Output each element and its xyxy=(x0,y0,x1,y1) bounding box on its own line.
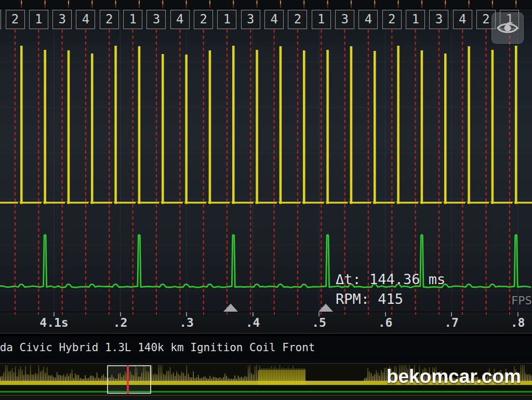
event-tick xyxy=(156,312,157,315)
coil-spike xyxy=(232,46,235,204)
scope-area[interactable]: 2134213421342134213421 Δt: 144.36 ms RPM… xyxy=(0,0,532,312)
time-axis-label: .4 xyxy=(246,316,260,329)
coil-spike xyxy=(350,46,353,204)
time-axis-label: .8 xyxy=(511,316,525,329)
axis-tick xyxy=(517,312,518,316)
time-axis-label: .7 xyxy=(444,316,459,329)
rpm-readout: RPM: 415 xyxy=(336,291,403,307)
cylinder-badge: 2 xyxy=(6,10,25,29)
cylinder-badge: 2 xyxy=(100,10,119,29)
bottom-strip xyxy=(0,395,532,400)
cylinder-badge: 2 xyxy=(382,10,402,29)
coil-spike xyxy=(326,50,329,204)
cylinder-badge: 3 xyxy=(52,10,72,29)
event-tick xyxy=(227,312,228,315)
axis-tick xyxy=(385,312,386,316)
coil-spike xyxy=(491,50,494,204)
axis-tick xyxy=(120,312,121,316)
watermark: bekomcar.com xyxy=(387,366,521,388)
time-axis-label: 4.1s xyxy=(39,316,68,329)
cylinder-badge: 1 xyxy=(312,10,331,29)
coil-spike xyxy=(20,46,23,204)
event-tick xyxy=(462,312,463,315)
event-tick xyxy=(509,312,510,315)
cylinder-badge: 2 xyxy=(288,10,307,29)
event-tick xyxy=(297,312,298,315)
cylinder-badge xyxy=(0,10,1,29)
cylinder-badge: 3 xyxy=(241,10,260,29)
event-tick xyxy=(132,312,134,315)
time-axis-label: .5 xyxy=(312,316,326,329)
axis-tick xyxy=(318,312,320,316)
title-minimap-divider xyxy=(0,359,532,364)
event-tick xyxy=(391,312,392,315)
ignition-scope-app: 2134213421342134213421 Δt: 144.36 ms RPM… xyxy=(0,0,532,400)
coil-spike xyxy=(421,50,423,204)
cylinder-badge: 4 xyxy=(76,10,95,29)
measure-marker[interactable] xyxy=(318,304,334,312)
recording-title-bar: nda Civic Hybrid 1.3L 140k km Ignition C… xyxy=(0,336,532,359)
coil-spike xyxy=(162,54,164,204)
time-axis[interactable]: 4.1s.2.3.4.5.6.7.8 xyxy=(0,312,532,333)
time-axis-label: .6 xyxy=(378,316,393,329)
cylinder-badge: 4 xyxy=(453,10,472,29)
fps-label: FPS xyxy=(511,294,532,307)
event-tick xyxy=(38,312,39,315)
minimap-viewport-selector[interactable] xyxy=(107,365,151,394)
time-axis-label: .3 xyxy=(179,316,194,329)
minimap-cursor[interactable] xyxy=(127,365,129,394)
coil-spike xyxy=(91,54,94,204)
event-tick xyxy=(62,312,63,315)
event-tick xyxy=(344,312,345,315)
cylinder-badge-row: 2134213421342134213421 xyxy=(0,10,532,29)
event-tick xyxy=(438,312,440,315)
cylinder-badge: 1 xyxy=(406,10,425,29)
coil-spike xyxy=(303,50,305,204)
cylinder-badge: 3 xyxy=(335,10,354,29)
coil-spike xyxy=(138,46,141,204)
coil-spike xyxy=(185,55,188,204)
coil-spike xyxy=(280,46,282,204)
visibility-button[interactable] xyxy=(491,12,524,44)
event-tick xyxy=(486,312,487,315)
event-tick xyxy=(85,312,86,315)
cylinder-badge: 3 xyxy=(429,10,448,29)
cylinder-badge: 1 xyxy=(123,10,142,29)
cylinder-badge: 1 xyxy=(29,10,48,29)
delta-t-readout: Δt: 144.36 ms xyxy=(336,271,445,287)
cylinder-badge: 4 xyxy=(264,10,284,29)
coil-spike xyxy=(256,50,258,204)
waveform-plot xyxy=(0,0,532,312)
coil-spike xyxy=(209,50,211,204)
time-axis-label: .2 xyxy=(113,316,128,329)
event-tick xyxy=(321,312,322,315)
event-tick xyxy=(109,312,110,315)
coil-spike xyxy=(444,54,447,204)
coil-spike xyxy=(374,51,376,204)
recording-title: nda Civic Hybrid 1.3L 140k km Ignition C… xyxy=(0,336,315,359)
cylinder-badge: 4 xyxy=(170,10,190,29)
axis-tick xyxy=(186,312,187,316)
coil-spike xyxy=(468,46,470,204)
coil-spike xyxy=(44,50,46,204)
axis-tick xyxy=(54,312,55,316)
minimap-sync-line xyxy=(0,391,532,393)
coil-spike xyxy=(397,46,400,204)
axis-tick xyxy=(252,312,254,316)
eye-icon xyxy=(496,21,519,35)
event-tick xyxy=(368,312,369,315)
event-tick xyxy=(179,312,180,315)
event-tick xyxy=(15,312,16,315)
event-tick xyxy=(203,312,204,315)
event-tick xyxy=(415,312,416,315)
coil-baseline xyxy=(0,202,532,203)
cylinder-badge: 3 xyxy=(147,10,166,29)
cylinder-badge: 1 xyxy=(217,10,236,29)
event-tick xyxy=(274,312,275,315)
axis-tick xyxy=(451,312,452,316)
coil-spike xyxy=(68,50,70,204)
coil-spike xyxy=(114,46,117,204)
timeline-minimap[interactable]: bekomcar.com xyxy=(0,364,532,395)
measure-marker[interactable] xyxy=(223,304,238,312)
event-tick xyxy=(250,312,251,315)
